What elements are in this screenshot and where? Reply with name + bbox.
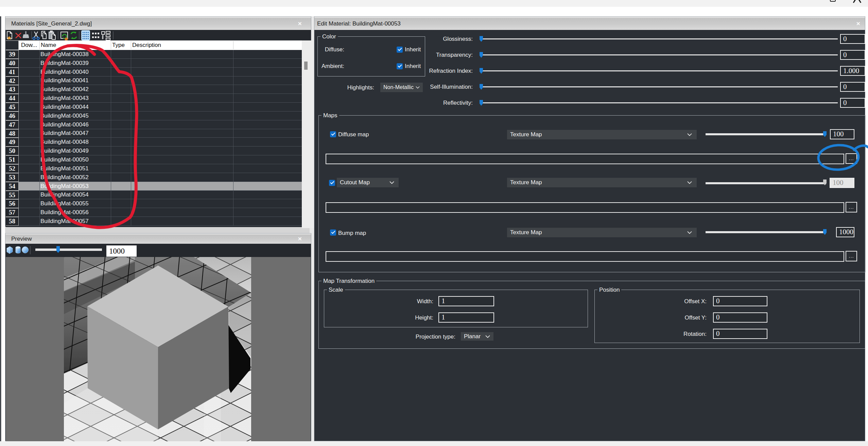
- svg-text:1000: 1000: [109, 247, 125, 255]
